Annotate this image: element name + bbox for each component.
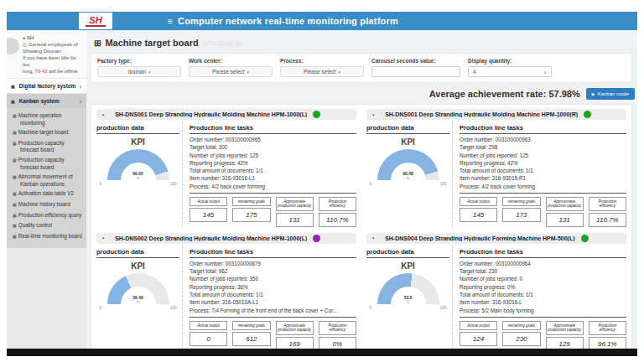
gauge-max: 100 bbox=[170, 182, 177, 186]
chevron-down-icon: ∨ bbox=[543, 70, 547, 75]
task-detail-line: Total amount of documents: 1/1 bbox=[190, 167, 356, 174]
task-detail-line: Total amount of documents: 1/1 bbox=[460, 291, 626, 298]
metric-header: remaining goals bbox=[232, 197, 270, 206]
sidebar-section-digital-factory[interactable]: ▦ Digital factory system ∨ bbox=[7, 78, 86, 94]
metric-header: Production efficiency bbox=[319, 321, 356, 335]
user-role-line1: ⓘGeneral employees of bbox=[23, 41, 84, 48]
sidebar-item[interactable]: ▦Machine history board bbox=[13, 199, 84, 210]
page-title: Machine target board bbox=[105, 38, 198, 48]
metric-column: Approximate production capacity131 bbox=[276, 197, 314, 227]
task-detail-line: Reporting progress: 0% bbox=[460, 283, 626, 291]
metric-column: Production efficiency96.1% bbox=[589, 321, 626, 349]
metric-column: Production efficiency0% bbox=[319, 321, 356, 349]
metric-value: 169 bbox=[276, 337, 314, 349]
task-detail-line: Target total: 300 bbox=[190, 143, 356, 151]
metric-value: 145 bbox=[460, 208, 497, 222]
process-dropdown[interactable]: Please select▾ bbox=[280, 66, 364, 77]
info-icon: ⓘ bbox=[23, 42, 27, 47]
task-detail-line: Process: 4/2 back cover forming bbox=[190, 183, 356, 190]
sidebar-item-label: Machine target board bbox=[18, 129, 69, 135]
sidebar-item[interactable]: ▦Activation data table V2 bbox=[13, 189, 84, 199]
gauge: 90.48 % bbox=[377, 149, 439, 180]
production-data-column: production data KPI 36.46 % 0 100 bbox=[96, 246, 183, 349]
machine-panel: ▪ SH-DNS004 Deep Stranding Hydraulic For… bbox=[366, 233, 626, 349]
panel-body: production data KPI 90.65 % 0 100 bbox=[96, 122, 356, 227]
sidebar-item[interactable]: ▦Production capacity forecast board bbox=[13, 138, 84, 155]
work-center-dropdown[interactable]: Please select▾ bbox=[189, 66, 273, 77]
sidebar: ●SH ⓘGeneral employees of Shiwang Dounan… bbox=[7, 30, 86, 349]
panel-body: production data KPI 90.48 % 0 100 bbox=[366, 122, 626, 227]
metric-header: Approximate production capacity bbox=[276, 197, 314, 211]
metric-value: 0 bbox=[190, 332, 227, 346]
mini-table: Actual output145remaining goals173Approx… bbox=[460, 197, 626, 227]
mini-table: Actual output124remaining goals230Approx… bbox=[460, 321, 626, 349]
metric-column: Actual output0 bbox=[190, 321, 227, 346]
carousel-seconds-input[interactable] bbox=[371, 66, 460, 77]
task-detail-line: Total amount of documents: 1/1 bbox=[460, 167, 626, 174]
metric-header: Actual output bbox=[190, 197, 227, 206]
metric-header: Approximate production capacity bbox=[546, 197, 584, 211]
metric-column: Approximate production capacity131 bbox=[546, 197, 584, 227]
sidebar-item[interactable]: ▦Quality control bbox=[13, 220, 84, 231]
sidebar-item[interactable]: ▦Machine operation monitoring bbox=[13, 111, 84, 127]
sidebar-item-label: Production capacity forecast board bbox=[18, 157, 65, 170]
metric-column: Production efficiency110.7% bbox=[319, 197, 356, 227]
sidebar-item-label: Real-time monitoring board bbox=[18, 233, 82, 239]
metric-header: remaining goals bbox=[232, 321, 270, 330]
sidebar-item[interactable]: ▦Production efficiency query bbox=[13, 210, 84, 221]
kanban-mode-button[interactable]: ▶ Kanban mode bbox=[586, 88, 635, 100]
machine-panel-header[interactable]: ▪ SH-DNS001 Deep Stranding Hydraulic Mol… bbox=[366, 109, 626, 120]
dropdown-value: dounan bbox=[127, 69, 146, 75]
grid-icon: ▦ bbox=[11, 99, 15, 104]
machine-panel-header[interactable]: ▪ SH-DNS002 Deep Stranding Hydraulic Mol… bbox=[96, 233, 356, 244]
metric-header: Actual output bbox=[460, 197, 497, 206]
sidebar-item-label: Production capacity forecast board bbox=[18, 140, 65, 153]
production-data-column: production data KPI 90.48 % 0 100 bbox=[366, 122, 453, 227]
task-detail-line: Number of jobs reported: 125 bbox=[190, 152, 356, 159]
metric-value: 230 bbox=[502, 332, 540, 346]
task-detail-line: Process: 7/4 Forming of the front end of… bbox=[190, 307, 356, 314]
task-details: Order number: 003100000965Target total: … bbox=[190, 134, 356, 194]
machine-status-dot bbox=[581, 235, 589, 242]
production-tasks-header: Production line tasks bbox=[190, 122, 356, 134]
filter-group-process: Process:Please select▾ bbox=[280, 58, 364, 77]
machine-panel-header[interactable]: ▪ SH-DNS004 Deep Stranding Hydraulic For… bbox=[366, 233, 626, 244]
gauge-center: 36.46 % bbox=[107, 296, 169, 304]
sidebar-item[interactable]: ▦Real-time monitoring board bbox=[13, 231, 84, 242]
sidebar-item[interactable]: ▦Production capacity forecast board bbox=[13, 155, 84, 172]
mini-table: Actual output0remaining goals612Approxim… bbox=[190, 321, 356, 349]
average-rate-row: Average achievement rate: 57.98% ▶ Kanba… bbox=[86, 83, 637, 100]
page-title-row: ⊞ Machine target board DFSFDSWLSD bbox=[86, 30, 637, 48]
task-detail-line: Order number: 003100000963 bbox=[460, 136, 626, 143]
section-label: Kanban system bbox=[19, 98, 60, 104]
gauge-axis-labels: 0 100 bbox=[100, 306, 177, 310]
kpi-title: KPI bbox=[96, 261, 179, 271]
filter-group-work-center: Work center:Please select▾ bbox=[189, 58, 273, 77]
production-data-header: production data bbox=[366, 122, 449, 134]
machine-title: SH-DNS002 Deep Stranding Hydraulic Moldi… bbox=[115, 235, 307, 241]
task-detail-line: Process: 4/2 back cover forming bbox=[460, 183, 626, 190]
gauge: 90.65 % bbox=[107, 149, 169, 180]
factory-type-dropdown[interactable]: dounan▾ bbox=[97, 66, 181, 77]
metric-column: remaining goals612 bbox=[232, 321, 270, 346]
machine-status-dot bbox=[584, 111, 591, 118]
machine-status-dot bbox=[313, 235, 320, 242]
sidebar-section-kanban-system[interactable]: ▦ Kanban system ∨ bbox=[7, 94, 86, 108]
display-quantity-select[interactable]: 4∨ bbox=[468, 66, 552, 77]
sidebar-item[interactable]: ▦Abnormal movement of Kanban operations bbox=[13, 172, 84, 189]
grid-icon: ▦ bbox=[13, 191, 17, 196]
sidebar-item-label: Machine operation monitoring bbox=[18, 112, 62, 126]
machine-status-dot bbox=[313, 111, 320, 118]
sidebar-item[interactable]: ▦Machine target board bbox=[13, 127, 84, 138]
sidebar-item-label: Production efficiency query bbox=[18, 212, 82, 218]
filter-group-display-quantity: Display quantity:4∨ bbox=[468, 58, 552, 77]
board-icon: ⊞ bbox=[94, 39, 101, 48]
avatar bbox=[7, 38, 19, 54]
machine-panel-header[interactable]: ▪ SH-DNS001 Deep Stranding Hydraulic Mol… bbox=[96, 109, 356, 120]
production-tasks-column: Production line tasks Order number: 0031… bbox=[183, 246, 356, 349]
menu-icon[interactable]: ≡ bbox=[168, 17, 173, 26]
machine-panel: ▪ SH-DNS002 Deep Stranding Hydraulic Mol… bbox=[96, 233, 356, 349]
task-detail-line: Total amount of documents: 1/1 bbox=[190, 291, 356, 298]
grid-icon: ▦ bbox=[13, 158, 17, 163]
production-data-column: production data KPI 53.9 % 0 100 bbox=[366, 246, 453, 349]
